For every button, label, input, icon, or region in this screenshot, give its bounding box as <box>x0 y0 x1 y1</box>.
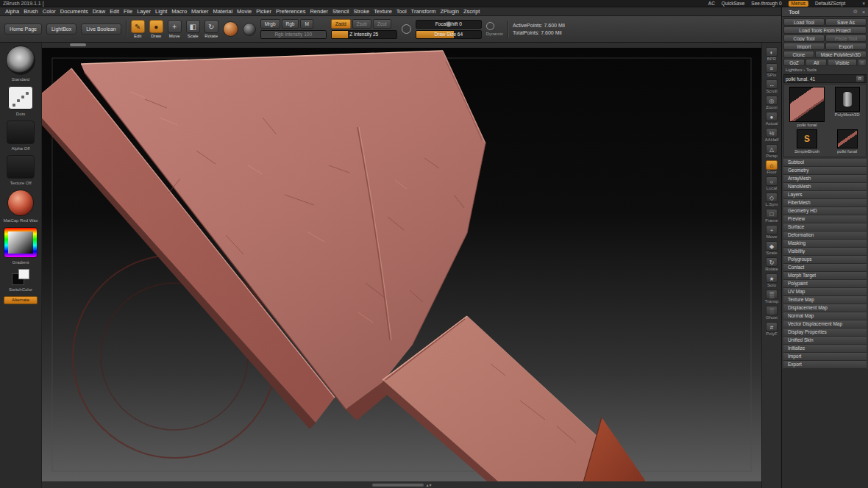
color-picker[interactable] <box>4 227 38 258</box>
right-shelf-button[interactable]: ▒ Transp <box>763 290 780 304</box>
see-through-slider[interactable]: See-through 0 <box>751 1 781 6</box>
subpalette-row[interactable]: Display Properties <box>783 329 867 337</box>
horizontal-scrollbar[interactable] <box>372 484 424 487</box>
import-button[interactable]: Import <box>783 43 825 50</box>
m-button[interactable]: M <box>300 19 313 29</box>
lightbox-button[interactable]: LightBox <box>46 24 77 35</box>
paste-tool-button[interactable]: Paste Tool <box>825 35 867 42</box>
rgb-button[interactable]: Rgb <box>282 19 299 29</box>
right-shelf-button[interactable]: ★ Solo <box>763 273 780 288</box>
alpha-selector-thumbnail[interactable] <box>7 121 35 144</box>
subpalette-row[interactable]: Deformation <box>783 232 867 240</box>
subpalette-row[interactable]: FiberMesh <box>783 199 867 207</box>
subpalette-row[interactable]: NanoMesh <box>783 183 867 191</box>
home-page-button[interactable]: Home Page <box>4 24 42 35</box>
subpalette-row[interactable]: UV Map <box>783 288 867 296</box>
right-shelf-button[interactable]: □ Frame <box>763 209 780 223</box>
make-polymesh3d-button[interactable]: Make PolyMesh3D <box>815 51 867 58</box>
focal-shift-knob[interactable] <box>446 21 452 27</box>
active-tool-thumbnail[interactable]: polki funal <box>786 87 828 128</box>
pin-icon[interactable]: ⊙ <box>853 9 858 15</box>
menu-item[interactable]: Render <box>310 8 328 15</box>
menu-item[interactable]: File <box>124 8 132 15</box>
right-shelf-button[interactable]: + Move <box>763 225 780 240</box>
right-shelf-button[interactable]: ◐ BPR <box>763 47 780 62</box>
brush-selector-thumbnail[interactable] <box>6 46 35 75</box>
right-shelf-button[interactable]: ○ Local <box>763 176 780 191</box>
zsub-button[interactable]: Zsub <box>352 19 371 29</box>
menus-toggle[interactable]: Menus <box>789 1 809 7</box>
menu-item[interactable]: Alpha <box>5 8 19 15</box>
subpalette-row[interactable]: Subtool <box>783 159 867 167</box>
right-shelf-button[interactable]: ½ AAHalf <box>763 128 780 143</box>
load-tool-button[interactable]: Load Tool <box>783 18 825 26</box>
export-button[interactable]: Export <box>825 43 867 50</box>
ac-indicator[interactable]: AC <box>708 1 715 6</box>
subpalette-row[interactable]: Export <box>783 361 867 369</box>
scroll-arrows-icon[interactable]: ▲▼ <box>426 483 432 487</box>
texture-selector-thumbnail[interactable] <box>7 155 35 179</box>
right-shelf-button[interactable]: ● Actual <box>763 112 780 126</box>
subpalette-row[interactable]: Displacement Map <box>783 304 867 312</box>
clone-button[interactable]: Clone <box>783 51 814 58</box>
menu-item[interactable]: Edit <box>110 8 119 15</box>
window-close-icon[interactable]: × <box>862 1 865 6</box>
right-shelf-button[interactable]: ◎ Zoom <box>763 96 780 110</box>
subpalette-row[interactable]: Morph Target <box>783 272 867 280</box>
right-shelf-button[interactable]: ◆ Scale <box>763 241 780 256</box>
right-shelf-button[interactable]: ░ Ghost <box>763 306 780 320</box>
load-tools-from-project-button[interactable]: Load Tools From Project <box>783 26 867 34</box>
menu-item[interactable]: Color <box>43 8 56 15</box>
secondary-color-swatch[interactable] <box>18 269 29 279</box>
menu-item[interactable]: Draw <box>93 8 106 15</box>
z-intensity-slider[interactable]: Z Intensity 25 <box>331 30 397 39</box>
live-boolean-button[interactable]: Live Boolean <box>81 24 121 35</box>
subpalette-row[interactable]: Import <box>783 353 867 361</box>
subpalette-row[interactable]: Preview <box>783 215 867 223</box>
zcut-button[interactable]: Zcut <box>373 19 391 29</box>
draw-mode-button[interactable]: ● Draw <box>149 20 163 38</box>
subpalette-row[interactable]: Geometry HD <box>783 207 867 215</box>
current-brush-icon[interactable] <box>223 21 238 37</box>
right-shelf-button[interactable]: ⌂ Floor <box>763 160 780 175</box>
color-picker-inner[interactable] <box>8 232 33 254</box>
menu-item[interactable]: Material <box>213 8 232 15</box>
subpalette-row[interactable]: Polypaint <box>783 280 867 288</box>
goz-all-button[interactable]: All <box>805 59 827 66</box>
menu-item[interactable]: ZPlugin <box>441 8 459 15</box>
current-tool-slider[interactable]: polki funal. 41 R <box>783 74 867 83</box>
rotate-mode-button[interactable]: ↻ Rotate <box>204 20 218 38</box>
menu-item[interactable]: Layer <box>137 8 151 15</box>
menu-item[interactable]: Stencil <box>332 8 349 15</box>
right-shelf-button[interactable]: ◇ L.Sym <box>763 193 780 207</box>
edit-mode-button[interactable]: ✎ Edit <box>131 20 145 38</box>
menu-item[interactable]: Movie <box>237 8 252 15</box>
quicksave-button[interactable]: QuickSave <box>722 1 744 6</box>
move-mode-button[interactable]: + Move <box>168 20 182 38</box>
subpalette-row[interactable]: Vector Displacement Map <box>783 320 867 329</box>
alternate-button[interactable]: Alternate <box>4 296 38 304</box>
menu-item[interactable]: Picker <box>256 8 271 15</box>
tool-r-button[interactable]: R <box>855 75 864 82</box>
right-shelf-button[interactable]: △ Persp <box>763 144 780 159</box>
default-zscript-button[interactable]: DefaultZScript <box>815 1 845 6</box>
zadd-button[interactable]: Zadd <box>331 19 351 29</box>
menu-item[interactable]: Tool <box>396 8 407 15</box>
subpalette-row[interactable]: Contact <box>783 264 867 272</box>
subpalette-row[interactable]: Masking <box>783 240 867 248</box>
subpalette-row[interactable]: Normal Map <box>783 312 867 320</box>
right-shelf-button[interactable]: # PolyF <box>763 322 780 337</box>
focal-shift-slider[interactable]: Focal Shift 0 <box>416 20 482 29</box>
tool-palette-header[interactable]: ∙ Tool ⊙ × <box>782 7 868 17</box>
close-icon[interactable]: × <box>862 10 865 15</box>
menu-item[interactable]: Marker <box>191 8 208 15</box>
switch-color-button[interactable] <box>12 269 29 285</box>
scale-mode-button[interactable]: ◧ Scale <box>186 20 200 38</box>
lightbox-tools-path[interactable]: Lightbox › Tools <box>783 67 867 73</box>
recent-tool-thumbnail[interactable]: polki funal <box>830 129 864 154</box>
subpalette-row[interactable]: Geometry <box>783 167 867 175</box>
right-shelf-button[interactable]: ≡ SPix <box>763 63 780 78</box>
menu-item[interactable]: Brush <box>24 8 38 15</box>
menu-item[interactable]: Zscript <box>463 8 480 15</box>
mrgb-button[interactable]: Mrgb <box>260 19 280 29</box>
